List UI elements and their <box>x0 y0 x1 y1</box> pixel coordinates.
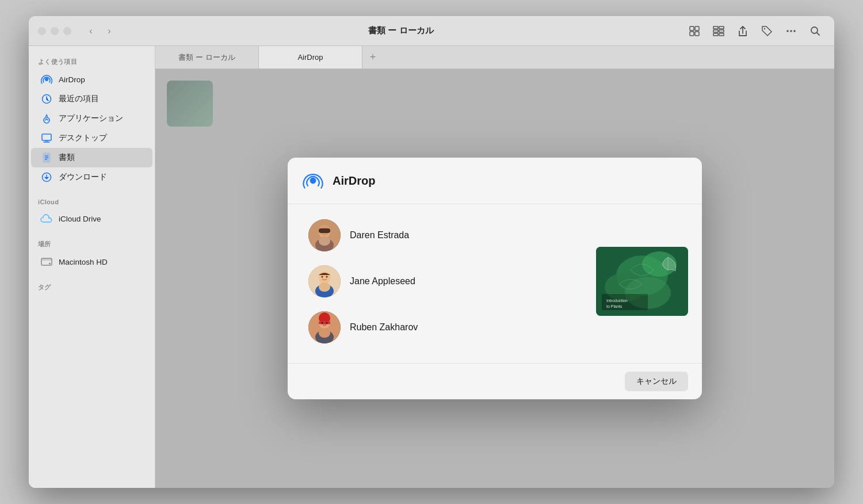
svg-point-43 <box>326 276 328 278</box>
svg-point-47 <box>319 329 330 338</box>
sidebar-item-label-downloads: ダウンロード <box>59 172 107 182</box>
svg-point-29 <box>310 178 316 184</box>
sidebar-section-label-locations: 場所 <box>29 238 155 252</box>
svg-rect-4 <box>713 26 718 29</box>
file-preview: Introduction to Plants <box>596 247 688 316</box>
avatar-jane <box>308 265 341 297</box>
sidebar-item-label-documents: 書類 <box>59 152 75 163</box>
svg-rect-27 <box>42 259 51 261</box>
traffic-lights <box>38 27 71 35</box>
avatar-ruben-image <box>308 311 341 343</box>
svg-rect-18 <box>42 134 51 140</box>
cancel-button[interactable]: キャンセル <box>625 372 688 391</box>
sidebar-item-icloud-drive[interactable]: iCloud Drive <box>31 209 152 228</box>
tab-documents[interactable]: 書類 ー ローカル <box>155 46 259 68</box>
svg-point-49 <box>322 322 323 324</box>
tab-add-button[interactable]: + <box>362 46 383 68</box>
list-icon <box>713 26 724 36</box>
share-icon <box>738 25 747 37</box>
sidebar-section-label-tags: タグ <box>29 281 155 295</box>
zoom-button[interactable] <box>63 27 71 35</box>
modal-header: AirDrop <box>288 158 702 204</box>
back-button[interactable]: ‹ <box>83 23 99 39</box>
svg-point-42 <box>322 276 323 278</box>
contact-item-ruben[interactable]: Ruben Zakharov <box>301 306 585 349</box>
sidebar-section-favorites: よく使う項目 AirDrop <box>29 55 155 187</box>
modal-body: Daren Estrada <box>288 204 702 363</box>
title-bar: ‹ › 書類 ー ローカル <box>29 16 834 46</box>
svg-point-28 <box>49 263 51 265</box>
sidebar-section-label-favorites: よく使う項目 <box>29 55 155 70</box>
contact-name-ruben: Ruben Zakharov <box>350 322 418 333</box>
avatar-daren <box>308 219 341 251</box>
documents-icon <box>40 151 53 164</box>
modal-footer: キャンセル <box>288 363 702 399</box>
svg-rect-7 <box>719 30 724 32</box>
sidebar-section-tags: タグ <box>29 281 155 295</box>
icloud-icon <box>40 212 53 225</box>
modal-title: AirDrop <box>333 174 375 188</box>
tag-button[interactable] <box>757 23 777 39</box>
svg-point-14 <box>811 27 818 33</box>
contact-item-jane[interactable]: Jane Appleseed <box>301 259 585 303</box>
more-button[interactable] <box>781 23 801 39</box>
svg-rect-5 <box>719 26 724 29</box>
contact-item-daren[interactable]: Daren Estrada <box>301 213 585 257</box>
desktop-icon <box>40 132 53 144</box>
hd-icon <box>40 255 53 268</box>
tab-bar: 書類 ー ローカル AirDrop + <box>155 46 834 69</box>
svg-point-36 <box>319 236 330 246</box>
sidebar-item-label-airdrop: AirDrop <box>59 75 85 84</box>
sidebar-item-label-icloud-drive: iCloud Drive <box>59 215 101 223</box>
sidebar-item-macintosh-hd[interactable]: Macintosh HD <box>31 252 152 272</box>
files-area: AirDrop <box>155 69 834 488</box>
svg-rect-2 <box>690 32 694 36</box>
sidebar-item-airdrop[interactable]: AirDrop <box>31 70 152 89</box>
contact-name-jane: Jane Appleseed <box>350 276 415 287</box>
sidebar-item-label-macintosh-hd: Macintosh HD <box>59 258 108 266</box>
search-button[interactable] <box>805 23 825 39</box>
svg-rect-8 <box>713 33 718 36</box>
modal-overlay: AirDrop <box>155 69 834 488</box>
applications-icon <box>40 112 53 125</box>
svg-rect-6 <box>713 30 718 32</box>
svg-text:to Plants: to Plants <box>606 304 623 308</box>
sidebar-item-recents[interactable]: 最近の項目 <box>31 89 152 109</box>
toolbar-right <box>685 23 825 39</box>
sidebar-section-label-icloud: iCloud <box>29 196 155 209</box>
sidebar-item-desktop[interactable]: デスクトップ <box>31 128 152 148</box>
contact-name-daren: Daren Estrada <box>350 230 409 240</box>
share-button[interactable] <box>733 23 753 39</box>
finder-window: ‹ › 書類 ー ローカル <box>29 16 834 488</box>
sidebar-item-label-applications: アプリケーション <box>59 113 123 124</box>
search-icon <box>810 26 820 36</box>
airdrop-modal: AirDrop <box>288 158 702 399</box>
avatar-ruben <box>308 311 341 343</box>
sidebar-section-icloud: iCloud iCloud Drive <box>29 196 155 228</box>
tab-airdrop[interactable]: AirDrop <box>259 46 362 68</box>
sidebar-item-documents[interactable]: 書類 <box>31 148 152 167</box>
close-button[interactable] <box>38 27 46 35</box>
view-list-button[interactable] <box>709 23 728 39</box>
sidebar-item-label-recents: 最近の項目 <box>59 94 99 104</box>
sidebar-section-locations: 場所 Macintosh HD <box>29 238 155 272</box>
forward-button[interactable]: › <box>101 23 117 39</box>
svg-point-50 <box>326 322 328 324</box>
nav-buttons: ‹ › <box>83 23 117 39</box>
avatar-jane-image <box>308 265 341 297</box>
svg-rect-3 <box>695 32 699 36</box>
svg-point-41 <box>319 282 330 292</box>
svg-rect-1 <box>695 26 699 30</box>
svg-rect-0 <box>690 26 694 30</box>
sidebar-item-downloads[interactable]: ダウンロード <box>31 167 152 187</box>
svg-point-11 <box>786 30 789 32</box>
svg-point-13 <box>793 30 796 32</box>
sidebar-item-applications[interactable]: アプリケーション <box>31 109 152 128</box>
main-area: 書類 ー ローカル AirDrop + <box>155 46 834 488</box>
minimize-button[interactable] <box>51 27 59 35</box>
grid-icon <box>689 26 700 36</box>
svg-point-15 <box>45 78 48 81</box>
airdrop-icon <box>40 73 53 86</box>
view-grid-button[interactable] <box>685 23 704 39</box>
more-icon <box>785 29 797 33</box>
